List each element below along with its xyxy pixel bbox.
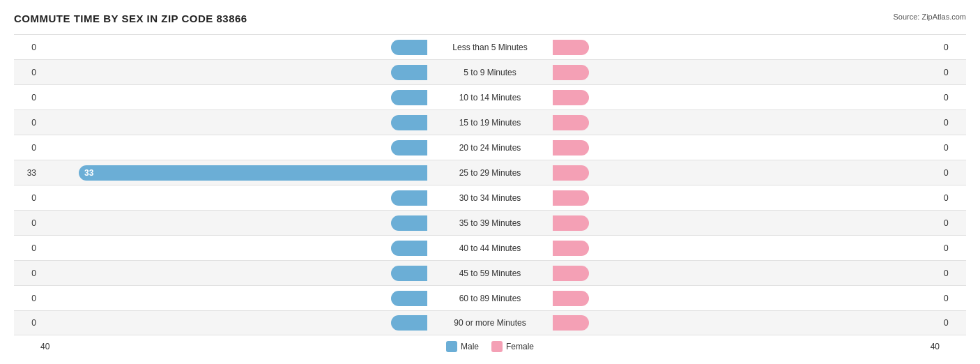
male-value: 0 bbox=[14, 218, 40, 228]
male-value: 0 bbox=[14, 243, 40, 253]
female-label: Female bbox=[506, 342, 534, 351]
female-value: 0 bbox=[940, 143, 966, 153]
row-label: 40 to 44 Minutes bbox=[427, 243, 553, 253]
male-value: 0 bbox=[14, 118, 40, 128]
chart-row: 333325 to 29 Minutes0 bbox=[14, 160, 966, 185]
male-side: 33 bbox=[40, 160, 427, 185]
female-value: 0 bbox=[940, 193, 966, 203]
male-bar bbox=[391, 65, 427, 80]
row-label: 35 to 39 Minutes bbox=[427, 218, 553, 228]
bar-area: Less than 5 Minutes bbox=[40, 35, 940, 59]
male-bar: 33 bbox=[79, 165, 427, 181]
male-bar bbox=[391, 190, 427, 206]
male-value: 0 bbox=[14, 318, 40, 328]
male-label: Male bbox=[461, 342, 479, 351]
chart-row: 015 to 19 Minutes0 bbox=[14, 109, 966, 135]
male-swatch bbox=[446, 341, 457, 352]
female-side bbox=[553, 110, 940, 135]
male-side bbox=[40, 311, 427, 335]
row-label: 10 to 14 Minutes bbox=[427, 93, 553, 103]
title-row: COMMUTE TIME BY SEX IN ZIP CODE 83866 So… bbox=[14, 13, 966, 24]
female-bar bbox=[553, 40, 589, 55]
male-value: 0 bbox=[14, 143, 40, 153]
female-side bbox=[553, 60, 940, 84]
bars-wrapper: 30 to 34 Minutes bbox=[40, 185, 940, 210]
male-bar bbox=[391, 40, 427, 55]
bar-area: 60 to 89 Minutes bbox=[40, 286, 940, 310]
female-side bbox=[553, 261, 940, 285]
bars-wrapper: 3325 to 29 Minutes bbox=[40, 160, 940, 185]
male-side bbox=[40, 60, 427, 84]
male-bar-label: 33 bbox=[79, 168, 93, 178]
male-side bbox=[40, 236, 427, 260]
female-bar bbox=[553, 215, 589, 231]
bar-area: 20 to 24 Minutes bbox=[40, 135, 940, 160]
male-side bbox=[40, 135, 427, 160]
female-bar bbox=[553, 190, 589, 206]
female-side bbox=[553, 286, 940, 310]
bars-wrapper: 45 to 59 Minutes bbox=[40, 261, 940, 285]
male-bar bbox=[391, 90, 427, 105]
chart-row: 010 to 14 Minutes0 bbox=[14, 84, 966, 109]
row-label: 60 to 89 Minutes bbox=[427, 294, 553, 303]
legend-female: Female bbox=[491, 341, 534, 352]
female-side bbox=[553, 311, 940, 335]
female-side bbox=[553, 85, 940, 109]
chart-title: COMMUTE TIME BY SEX IN ZIP CODE 83866 bbox=[14, 13, 247, 24]
female-bar bbox=[553, 165, 589, 181]
chart-body: 0Less than 5 Minutes005 to 9 Minutes0010… bbox=[14, 34, 966, 335]
chart-row: 05 to 9 Minutes0 bbox=[14, 59, 966, 84]
female-side bbox=[553, 211, 940, 235]
male-side bbox=[40, 85, 427, 109]
axis-right-label: 40 bbox=[931, 342, 940, 351]
male-bar bbox=[391, 266, 427, 281]
female-side bbox=[553, 185, 940, 210]
female-value: 0 bbox=[940, 68, 966, 77]
bar-area: 45 to 59 Minutes bbox=[40, 261, 940, 285]
row-label: 90 or more Minutes bbox=[427, 318, 553, 328]
female-side bbox=[553, 135, 940, 160]
row-label: 30 to 34 Minutes bbox=[427, 193, 553, 203]
male-side bbox=[40, 110, 427, 135]
male-side bbox=[40, 35, 427, 59]
male-bar bbox=[391, 140, 427, 156]
male-value: 33 bbox=[14, 168, 40, 178]
chart-container: COMMUTE TIME BY SEX IN ZIP CODE 83866 So… bbox=[0, 0, 980, 364]
male-bar bbox=[391, 115, 427, 130]
row-label: 25 to 29 Minutes bbox=[427, 168, 553, 178]
male-bar bbox=[391, 215, 427, 231]
bars-wrapper: 35 to 39 Minutes bbox=[40, 211, 940, 235]
female-value: 0 bbox=[940, 168, 966, 178]
female-bar bbox=[553, 291, 589, 306]
chart-row: 090 or more Minutes0 bbox=[14, 310, 966, 335]
male-side bbox=[40, 286, 427, 310]
female-value: 0 bbox=[940, 118, 966, 128]
row-label: Less than 5 Minutes bbox=[427, 43, 553, 52]
female-bar bbox=[553, 115, 589, 130]
legend-male: Male bbox=[446, 341, 479, 352]
male-value: 0 bbox=[14, 93, 40, 103]
chart-row: 045 to 59 Minutes0 bbox=[14, 260, 966, 285]
bars-wrapper: 10 to 14 Minutes bbox=[40, 85, 940, 109]
row-label: 20 to 24 Minutes bbox=[427, 143, 553, 153]
male-side bbox=[40, 211, 427, 235]
female-value: 0 bbox=[940, 218, 966, 228]
chart-row: 030 to 34 Minutes0 bbox=[14, 185, 966, 210]
male-bar bbox=[391, 315, 427, 331]
chart-row: 060 to 89 Minutes0 bbox=[14, 285, 966, 310]
female-bar bbox=[553, 140, 589, 156]
row-label: 5 to 9 Minutes bbox=[427, 68, 553, 77]
male-side bbox=[40, 185, 427, 210]
female-bar bbox=[553, 266, 589, 281]
female-bar bbox=[553, 241, 589, 256]
bars-wrapper: 20 to 24 Minutes bbox=[40, 135, 940, 160]
chart-row: 0Less than 5 Minutes0 bbox=[14, 34, 966, 59]
female-swatch bbox=[491, 341, 503, 352]
bars-wrapper: 40 to 44 Minutes bbox=[40, 236, 940, 260]
male-value: 0 bbox=[14, 294, 40, 303]
female-value: 0 bbox=[940, 268, 966, 278]
male-value: 0 bbox=[14, 68, 40, 77]
bar-area: 5 to 9 Minutes bbox=[40, 60, 940, 84]
female-bar bbox=[553, 315, 589, 331]
bar-area: 30 to 34 Minutes bbox=[40, 185, 940, 210]
